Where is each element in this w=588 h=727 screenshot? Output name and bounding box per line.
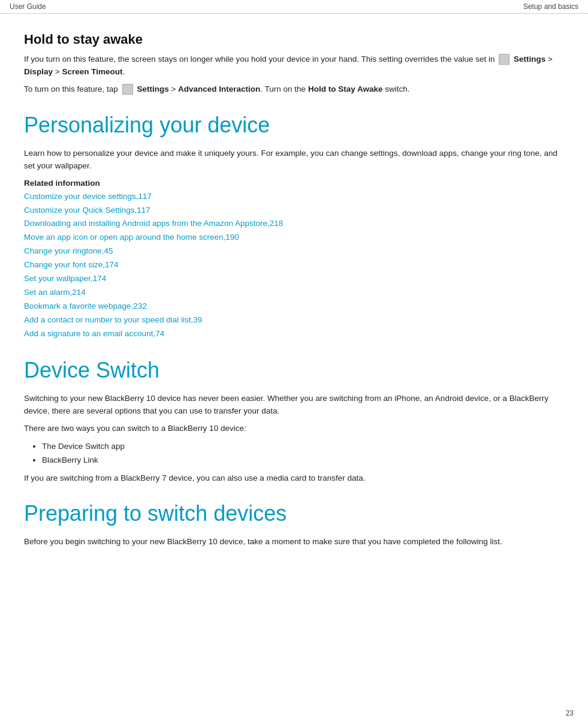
preparing-description: Before you begin switching to your new B… bbox=[24, 536, 564, 548]
related-links-list: Customize your device settings,117 Custo… bbox=[24, 190, 564, 341]
page-number: 23 bbox=[566, 709, 574, 717]
page-footer: 23 bbox=[566, 709, 574, 717]
hold-para2-mid: Settings > Advanced Interaction. Turn on… bbox=[137, 85, 409, 93]
hold-para2-pre: To turn on this feature, tap bbox=[24, 85, 118, 93]
preparing-section: Preparing to switch devices Before you b… bbox=[24, 501, 564, 548]
device-switch-bullet-list: The Device Switch app BlackBerry Link bbox=[42, 440, 564, 467]
hold-paragraph-1: If you turn on this feature, the screen … bbox=[24, 53, 564, 79]
personalizing-section: Personalizing your device Learn how to p… bbox=[24, 113, 564, 341]
related-link-9[interactable]: Bookmark a favorite webpage,232 bbox=[24, 300, 564, 313]
settings-image-icon-1 bbox=[499, 54, 509, 65]
device-switch-title: Device Switch bbox=[24, 358, 564, 383]
page-header: User Guide Setup and basics bbox=[0, 0, 588, 14]
related-link-3[interactable]: Downloading and installing Android apps … bbox=[24, 217, 564, 231]
hold-to-stay-awake-section: Hold to stay awake If you turn on this f… bbox=[24, 32, 564, 96]
bullet-item-2: BlackBerry Link bbox=[42, 454, 564, 467]
hold-to-stay-awake-title: Hold to stay awake bbox=[24, 32, 564, 47]
header-left-label: User Guide bbox=[10, 2, 46, 11]
related-link-5[interactable]: Change your ringtone,45 bbox=[24, 245, 564, 258]
device-switch-paragraph-2: There are two ways you can switch to a B… bbox=[24, 423, 564, 435]
related-link-2[interactable]: Customize your Quick Settings,117 bbox=[24, 204, 564, 218]
device-switch-paragraph-3: If you are switching from a BlackBerry 7… bbox=[24, 472, 564, 485]
hold-paragraph-2: To turn on this feature, tap Settings > … bbox=[24, 83, 564, 96]
related-link-4[interactable]: Move an app icon or open app around the … bbox=[24, 231, 564, 245]
related-info-heading: Related information bbox=[24, 179, 564, 188]
hold-para1-pre: If you turn on this feature, the screen … bbox=[24, 55, 494, 64]
settings-image-icon-2 bbox=[122, 84, 133, 95]
device-switch-paragraph-1: Switching to your new BlackBerry 10 devi… bbox=[24, 393, 564, 418]
personalizing-description: Learn how to personalize your device and… bbox=[24, 147, 564, 173]
device-switch-section: Device Switch Switching to your new Blac… bbox=[24, 358, 564, 485]
related-link-7[interactable]: Set your wallpaper,174 bbox=[24, 272, 564, 286]
related-link-10[interactable]: Add a contact or number to your speed di… bbox=[24, 313, 564, 327]
header-right-label: Setup and basics bbox=[523, 2, 578, 11]
page-content: Hold to stay awake If you turn on this f… bbox=[0, 14, 588, 589]
bullet-item-1: The Device Switch app bbox=[42, 440, 564, 454]
related-link-6[interactable]: Change your font size,174 bbox=[24, 258, 564, 272]
related-link-1[interactable]: Customize your device settings,117 bbox=[24, 190, 564, 204]
related-link-11[interactable]: Add a signature to an email account,74 bbox=[24, 327, 564, 341]
personalizing-title: Personalizing your device bbox=[24, 113, 564, 138]
related-link-8[interactable]: Set an alarm,214 bbox=[24, 286, 564, 300]
preparing-title: Preparing to switch devices bbox=[24, 501, 564, 526]
